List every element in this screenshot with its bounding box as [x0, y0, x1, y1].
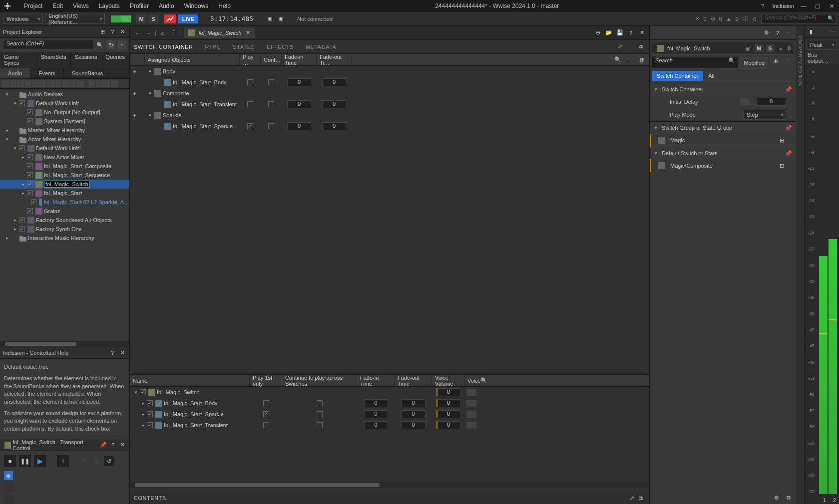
inclusion-checkbox[interactable] — [27, 190, 33, 196]
pin-icon[interactable]: 📌 — [784, 85, 793, 94]
prop-section-header[interactable]: ▾Default Switch or State📌 — [650, 147, 796, 159]
play-button[interactable]: ▶ — [34, 455, 46, 467]
modified-filter[interactable]: Modified — [740, 57, 768, 69]
more-icon[interactable]: ⋯ — [784, 28, 793, 37]
menu-project[interactable]: Project — [19, 2, 47, 9]
cont-checkbox[interactable] — [268, 101, 274, 107]
menu-audio[interactable]: Audio — [154, 2, 179, 9]
add-icon[interactable]: ＋ — [132, 112, 137, 119]
voice-slider[interactable] — [466, 400, 476, 407]
voicevol-input[interactable]: 0 — [436, 410, 460, 418]
fadeout-input[interactable]: 0 — [322, 122, 346, 130]
inclusion-checkbox[interactable] — [27, 172, 33, 178]
play1st-checkbox[interactable] — [263, 400, 269, 406]
breadcrumb-tab[interactable]: fol_Magic_Switch ✕ — [184, 27, 256, 38]
h-scrollbar[interactable] — [130, 482, 649, 488]
inclusion-checkbox[interactable] — [27, 118, 33, 124]
tab-audio[interactable]: Audio — [0, 68, 30, 78]
inclusion-checkbox[interactable] — [27, 109, 33, 115]
search-icon[interactable]: 🔍 — [95, 40, 104, 49]
fadeout-input[interactable]: 0 — [402, 399, 425, 407]
minimize-icon[interactable]: — — [799, 1, 808, 10]
reset-button[interactable]: ↺ — [104, 456, 114, 466]
fadein-input[interactable]: 0 — [287, 78, 311, 86]
close-icon[interactable]: ✕ — [827, 1, 836, 10]
tab-switch-container[interactable]: SWITCH CONTAINER — [134, 44, 193, 50]
inclusion-checkbox[interactable] — [147, 411, 153, 417]
fadein-input[interactable]: 0 — [287, 122, 311, 130]
tree-row[interactable]: ▾Default Work Unit* — [0, 144, 129, 153]
inclusion-checkbox[interactable] — [27, 208, 33, 214]
expand-icon[interactable]: ▸ — [20, 155, 26, 160]
expand-icon[interactable]: ▾ — [12, 146, 18, 151]
pe-tool-icon[interactable] — [77, 80, 84, 87]
fadeout-input[interactable]: 0 — [402, 410, 425, 418]
play-checkbox[interactable] — [247, 101, 253, 107]
add-icon[interactable]: ⊕ — [593, 28, 602, 37]
open-icon[interactable]: 📂 — [604, 28, 613, 37]
save-icon[interactable]: 💾 — [615, 28, 624, 37]
forward-icon[interactable]: → — [144, 28, 153, 37]
tab-rtpc[interactable]: RTPC — [205, 44, 221, 50]
pe-tool-icon[interactable] — [24, 80, 31, 87]
inclusion-checkbox[interactable] — [19, 145, 25, 151]
search-icon[interactable]: 🔍 — [479, 376, 488, 385]
refresh-icon[interactable]: ↻ — [106, 40, 115, 49]
prop-num-input[interactable]: 0 — [756, 98, 786, 106]
menu-views[interactable]: Views — [68, 2, 94, 9]
pe-tool-icon[interactable] — [103, 80, 110, 87]
cont-checkbox[interactable] — [268, 123, 274, 129]
pe-tool-icon[interactable] — [17, 80, 24, 87]
solo-button[interactable]: S — [148, 14, 158, 23]
continue-checkbox[interactable] — [317, 411, 323, 417]
maximize-icon[interactable]: ▢ — [813, 1, 822, 10]
solo-button[interactable]: S — [766, 44, 775, 52]
tree-row[interactable]: ▸fol_Magic_Switch — [0, 180, 129, 189]
h-scrollbar[interactable] — [0, 341, 129, 347]
menu-edit[interactable]: Edit — [47, 2, 68, 9]
voicevol-input[interactable]: 0 — [436, 388, 460, 396]
close-icon[interactable]: ✕ — [119, 441, 126, 449]
popout-icon[interactable]: ⧉ — [784, 493, 793, 502]
prop-tab-all[interactable]: All — [703, 71, 719, 81]
play1st-checkbox[interactable] — [263, 422, 269, 428]
soundcaster-icon[interactable] — [111, 15, 121, 22]
help-icon[interactable]: ? — [759, 1, 768, 10]
inclusion-checkbox[interactable] — [27, 154, 33, 160]
tree-row[interactable]: ▸Interactive Music Hierarchy — [0, 234, 129, 243]
expand-icon[interactable]: ▸ — [140, 423, 146, 428]
tab-queries[interactable]: Queries — [101, 52, 129, 68]
menu-layouts[interactable]: Layouts — [94, 2, 125, 9]
pe-tool-icon[interactable] — [111, 80, 118, 87]
capture-icon[interactable]: ▣ — [265, 14, 274, 23]
tree-row[interactable]: Grainz — [0, 207, 129, 216]
inclusion-checkbox[interactable] — [147, 400, 153, 406]
expand-icon[interactable]: ▾ — [653, 87, 659, 92]
pe-search-input[interactable]: Search (Ctrl+F) — [3, 40, 93, 50]
tree-row[interactable]: fol_Magic_Start 02 L2 Sparkle_A… — [0, 198, 129, 207]
tree-row[interactable]: ▸Factory Soundseed Air Objects — [0, 216, 129, 225]
tab-sessions[interactable]: Sessions — [71, 52, 102, 68]
soundcaster-icon-2[interactable] — [121, 15, 131, 22]
project-tree[interactable]: ▾Audio Devices▾Default Work UnitNo_Outpu… — [0, 89, 129, 341]
expand-icon[interactable]: ▾ — [147, 113, 153, 118]
back-icon[interactable]: ← — [133, 28, 142, 37]
gear-icon[interactable]: ⚙ — [772, 493, 781, 502]
tree-row[interactable]: ▾Audio Devices — [0, 90, 129, 99]
menu-profiler[interactable]: Profiler — [125, 2, 154, 9]
close-icon[interactable]: ✕ — [118, 349, 126, 357]
inclusion-label[interactable]: Inclusion — [773, 3, 794, 9]
add-icon[interactable]: ＋ — [132, 68, 137, 75]
tree-row[interactable]: ▸Master-Mixer Hierarchy — [0, 126, 129, 135]
tree-row[interactable]: No_Output [No Output] — [0, 108, 129, 117]
prop-search[interactable]: Search🔍 — [652, 57, 738, 69]
platform-selector[interactable]: Windows — [3, 14, 43, 24]
inclusion-checkbox[interactable] — [19, 100, 25, 106]
expand-icon[interactable]: ▾ — [653, 125, 659, 130]
fadein-input[interactable]: 0 — [364, 410, 388, 418]
tab-sharesets[interactable]: ShareSets — [36, 52, 70, 68]
rewind-button[interactable]: ↶ — [80, 457, 89, 466]
meter-icon[interactable]: ▮ — [807, 27, 816, 36]
continue-checkbox[interactable] — [317, 422, 323, 428]
search-icon[interactable]: 🔍 — [613, 55, 622, 64]
